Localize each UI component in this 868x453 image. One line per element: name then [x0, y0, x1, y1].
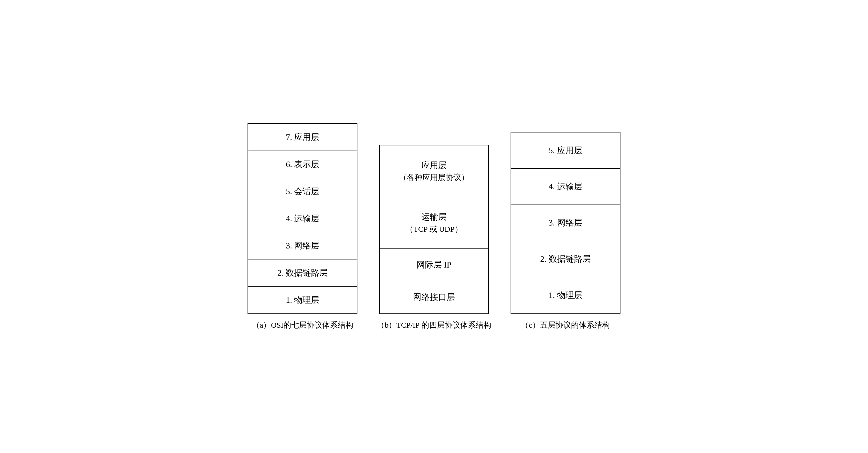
osi-table: 7. 应用层 6. 表示层 5. 会话层 4. 运输层 3. 网络层 2. 数据… — [248, 123, 358, 314]
osi-layer-7: 7. 应用层 — [248, 124, 357, 151]
five-layer-3: 3. 网络层 — [511, 205, 620, 241]
osi-diagram: 7. 应用层 6. 表示层 5. 会话层 4. 运输层 3. 网络层 2. 数据… — [248, 123, 358, 330]
tcpip-caption: （b）TCP/IP 的四层协议体系结构 — [377, 320, 491, 330]
five-caption: （c）五层协议的体系结构 — [521, 320, 610, 330]
osi-layer-4: 4. 运输层 — [248, 205, 357, 232]
osi-layer-6: 6. 表示层 — [248, 151, 357, 178]
osi-layer-5: 5. 会话层 — [248, 178, 357, 205]
tcpip-layer-internet: 网际层 IP — [380, 249, 488, 281]
osi-layer-3: 3. 网络层 — [248, 232, 357, 259]
five-table: 5. 应用层 4. 运输层 3. 网络层 2. 数据链路层 1. 物理层 — [510, 132, 620, 314]
five-layer-4: 4. 运输层 — [511, 169, 620, 205]
tcpip-table: 应用层 （各种应用层协议） 运输层 （TCP 或 UDP） 网际层 IP 网络接… — [379, 145, 489, 314]
five-layer-5: 5. 应用层 — [511, 132, 620, 169]
osi-caption: （a）OSI的七层协议体系结构 — [252, 320, 353, 330]
tcpip-diagram: 应用层 （各种应用层协议） 运输层 （TCP 或 UDP） 网际层 IP 网络接… — [377, 145, 491, 330]
tcpip-layer-app: 应用层 （各种应用层协议） — [380, 145, 488, 197]
diagrams-row: 7. 应用层 6. 表示层 5. 会话层 4. 运输层 3. 网络层 2. 数据… — [208, 123, 660, 330]
osi-layer-2: 2. 数据链路层 — [248, 259, 357, 287]
five-layer-2: 2. 数据链路层 — [511, 241, 620, 277]
tcpip-layer-transport: 运输层 （TCP 或 UDP） — [380, 197, 488, 249]
five-layer-1: 1. 物理层 — [511, 277, 620, 314]
osi-layer-1: 1. 物理层 — [248, 287, 357, 314]
main-container: 7. 应用层 6. 表示层 5. 会话层 4. 运输层 3. 网络层 2. 数据… — [208, 123, 660, 330]
five-diagram: 5. 应用层 4. 运输层 3. 网络层 2. 数据链路层 1. 物理层 （c）… — [510, 132, 620, 330]
tcpip-layer-network: 网络接口层 — [380, 281, 488, 314]
